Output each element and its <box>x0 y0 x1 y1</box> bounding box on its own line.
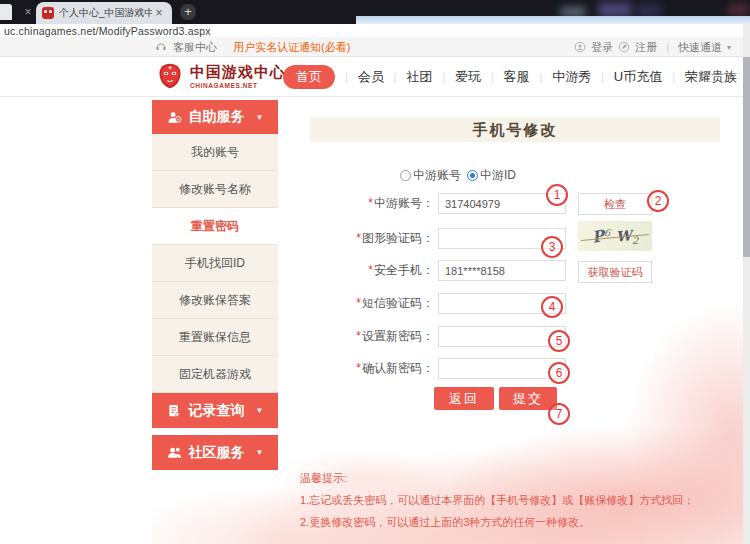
sidebar-item-my-account[interactable]: 我的账号 <box>152 134 278 171</box>
divider: | <box>672 71 675 83</box>
brand-domain: CHINAGAMES.NET <box>190 82 286 89</box>
site-logo[interactable]: 中国游戏中心 CHINAGAMES.NET <box>156 62 286 90</box>
nav-item-play[interactable]: 爱玩 <box>455 68 481 86</box>
sms-label: 短信验证码： <box>362 296 434 310</box>
close-icon[interactable]: × <box>152 6 166 20</box>
radio-zhongyou-account[interactable] <box>400 170 411 181</box>
confirm-password-input[interactable] <box>438 358 566 379</box>
sidebar-item-modify-security-answer[interactable]: 修改账保答案 <box>152 282 278 319</box>
page-scrollbar[interactable] <box>743 24 750 544</box>
browser-window: × 个人中心_中国游戏中心 × + uc.chinagames.net/Modi… <box>0 0 750 544</box>
sidebar-item-reset-password[interactable]: 重置密码 <box>152 208 278 245</box>
captcha-label: 图形验证码： <box>362 231 434 245</box>
radio-label[interactable]: 中游ID <box>480 167 516 184</box>
tips-title: 温馨提示: <box>300 467 730 489</box>
confirm-password-label: 确认新密码： <box>362 361 434 375</box>
pencil-icon <box>618 41 630 53</box>
captcha-image[interactable]: P 6 W 2 <box>578 221 652 251</box>
divider: | <box>601 71 604 83</box>
required-mark: * <box>356 231 361 245</box>
tips-block: 温馨提示: 1.忘记或丢失密码，可以通过本界面的【手机号修改】或【账保修改】方式… <box>300 467 730 533</box>
opera-mask-logo-icon <box>156 62 184 90</box>
user-check-icon <box>167 110 182 125</box>
tab-title: 个人中心_中国游戏中心 <box>59 6 152 20</box>
url-text[interactable]: uc.chinagames.net/ModifyPassword3.aspx <box>4 25 211 37</box>
sidebar-item-reset-security-info[interactable]: 重置账保信息 <box>152 319 278 356</box>
annotation-circle-4: 4 <box>541 296 563 318</box>
submit-button[interactable]: 提交 <box>499 387 557 410</box>
service-center-link[interactable]: 客服中心 <box>173 40 217 55</box>
people-icon <box>167 445 182 460</box>
account-type-radio-group: 中游账号 中游ID <box>400 167 522 184</box>
form-row-captcha: *图形验证码： <box>346 228 566 249</box>
annotation-circle-2: 2 <box>647 190 669 212</box>
chevron-down-icon: ▼ <box>256 406 264 415</box>
nav-item-ucoin-recharge[interactable]: U币充值 <box>614 68 662 86</box>
chevron-down-icon: ▼ <box>256 113 264 122</box>
new-password-input[interactable] <box>438 326 566 347</box>
new-password-label: 设置新密码： <box>362 329 434 343</box>
realname-notice-link[interactable]: 用户实名认证通知(必看) <box>233 40 350 55</box>
form-row-phone: *安全手机： <box>346 260 566 281</box>
captcha-char: W <box>615 227 632 245</box>
sidebar-item-fixed-machine-games[interactable]: 固定机器游戏 <box>152 356 278 393</box>
sidebar-item-phone-retrieve-id[interactable]: 手机找回ID <box>152 245 278 282</box>
chevron-down-icon[interactable]: ▾ <box>727 43 731 52</box>
register-link[interactable]: 注册 <box>635 40 657 55</box>
required-mark: * <box>356 361 361 375</box>
radio-label[interactable]: 中游账号 <box>413 167 461 184</box>
divider: | <box>491 71 494 83</box>
tips-line-2: 2.更换修改密码，可以通过上面的3种方式的任何一种修改。 <box>300 511 730 533</box>
required-mark: * <box>356 329 361 343</box>
form-row-new-password: *设置新密码： <box>346 326 566 347</box>
divider: | <box>539 71 542 83</box>
browser-tab-bar: × 个人中心_中国游戏中心 × + <box>0 0 750 24</box>
form-row-account: *中游账号： <box>346 193 566 214</box>
form-row-confirm-password: *确认新密码： <box>346 358 566 379</box>
radio-zhongyou-id[interactable] <box>467 170 478 181</box>
sidebar-group-label: 社区服务 <box>189 444 245 462</box>
account-label: 中游账号： <box>374 196 434 210</box>
annotation-circle-5: 5 <box>548 330 570 352</box>
sidebar-menu: 我的账号 修改账号名称 重置密码 手机找回ID 修改账保答案 重置账保信息 固定… <box>152 134 278 393</box>
login-link[interactable]: 登录 <box>591 40 613 55</box>
utility-left-group: 客服中心 用户实名认证通知(必看) <box>155 37 350 57</box>
chevron-down-icon: ▼ <box>256 448 264 457</box>
sidebar-item-modify-account-name[interactable]: 修改账号名称 <box>152 171 278 208</box>
nav-item-zhongyou-show[interactable]: 中游秀 <box>552 68 591 86</box>
nav-item-guild[interactable]: 社团 <box>406 68 432 86</box>
divider: | <box>394 71 397 83</box>
nav-item-home[interactable]: 首页 <box>283 65 335 89</box>
nav-item-glory-nobility[interactable]: 荣耀贵族 <box>685 68 737 86</box>
scrollbar-thumb[interactable] <box>743 57 750 257</box>
sidebar-group-self-service[interactable]: 自助服务 ▼ <box>152 100 278 134</box>
sidebar-group-community[interactable]: 社区服务 ▼ <box>152 435 278 470</box>
user-icon <box>574 41 586 53</box>
back-button[interactable]: 返回 <box>434 387 494 410</box>
active-tab[interactable]: 个人中心_中国游戏中心 × <box>36 2 172 24</box>
sidebar-group-records[interactable]: 记录查询 ▼ <box>152 393 278 428</box>
nav-item-member[interactable]: 会员 <box>358 68 384 86</box>
background-blur-decor <box>728 3 750 17</box>
check-button[interactable]: 检查 <box>578 193 652 215</box>
utility-right-group: 登录 注册 | 快速通道 ▾ <box>574 37 731 57</box>
phone-label: 安全手机： <box>374 263 434 277</box>
close-icon[interactable]: × <box>21 4 35 20</box>
tips-line-1: 1.忘记或丢失密码，可以通过本界面的【手机号修改】或【账保修改】方式找回； <box>300 489 730 511</box>
annotation-circle-1: 1 <box>546 184 568 206</box>
quick-channel-menu[interactable]: 快速通道 <box>678 40 722 55</box>
required-mark: * <box>356 296 361 310</box>
required-mark: * <box>368 196 373 210</box>
get-sms-code-button[interactable]: 获取验证码 <box>578 261 652 283</box>
new-tab-button[interactable]: + <box>180 4 196 20</box>
main-nav: 首页 | 会员 | 社团 | 爱玩 | 客服 | 中游秀 | U币充值 | 荣耀… <box>283 65 737 89</box>
nav-item-support[interactable]: 客服 <box>504 68 530 86</box>
background-tab[interactable] <box>0 4 12 20</box>
secure-phone-input[interactable] <box>438 260 566 281</box>
captcha-char: 2 <box>632 235 638 246</box>
address-bar: uc.chinagames.net/ModifyPassword3.aspx <box>0 24 750 37</box>
divider: | <box>666 41 669 53</box>
brand-name: 中国游戏中心 <box>190 63 286 82</box>
captcha-char: 6 <box>603 226 611 238</box>
site-header: 中国游戏中心 CHINAGAMES.NET 首页 | 会员 | 社团 | 爱玩 … <box>0 57 743 97</box>
